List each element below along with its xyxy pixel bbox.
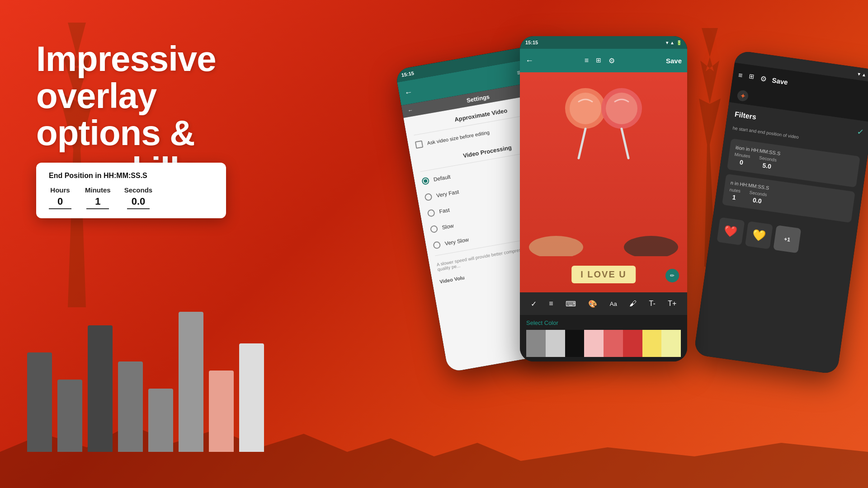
bar-7 [239,343,264,452]
color-picker-area: Select Color [520,315,687,361]
seconds-label: Seconds [124,186,153,194]
love-text: I LOVE U [571,266,636,283]
swatch-3[interactable] [584,330,604,357]
text-minus-icon[interactable]: T- [649,300,655,308]
list-icon[interactable]: ≡ [549,300,553,308]
bar-2 [88,325,113,452]
swatch-5[interactable] [623,330,642,357]
main-image-icon[interactable]: ⊞ [596,56,601,65]
color-swatches [526,330,681,357]
main-status-bar: 15:15 ▾ ▲ 🔋 [520,36,687,49]
color-palette-icon[interactable]: 🎨 [588,300,597,308]
lollipop-svg [554,77,653,167]
seconds-value[interactable]: 0.0 [127,196,150,209]
main-app-bar: ← ≡ ⊞ ⚙ Save [520,49,687,72]
filter1-minutes-val[interactable]: 0 [739,159,744,166]
main-save-button[interactable]: Save [666,57,682,65]
radio-veryslow[interactable] [433,241,441,249]
main-back-icon[interactable]: ← [525,56,533,66]
bar-3 [118,361,143,452]
settings-title: Settings [466,93,490,104]
swatch-2[interactable] [565,330,585,357]
bar-1 [57,380,82,452]
select-color-label: Select Color [526,319,681,326]
settings-status-time: 15:15 [401,70,415,78]
swatch-7[interactable] [661,330,681,357]
filter2-minutes-val[interactable]: 1 [732,193,736,201]
settings-back-label[interactable]: ← [407,107,413,114]
hours-field: Hours 0 [49,186,71,209]
sticker-plus[interactable]: +1 [773,225,801,253]
paint-bucket-icon[interactable]: 🖌 [629,300,637,308]
filter1-seconds: Seconds 5.0 [758,155,777,170]
filters-panel: Filters ✓ he start and end position of v… [693,102,868,375]
svg-point-4 [529,236,583,256]
bar-5 [179,312,203,452]
swatch-1[interactable] [546,330,565,357]
time-position-card[interactable]: End Position in HH:MM:SS.S Hours 0 Minut… [36,163,226,218]
filter1-minutes-label: Minutes [734,152,750,159]
main-list-icon[interactable]: ≡ [585,56,589,65]
filter2-minutes: nutes 1 [728,187,741,202]
main-status-time: 15:15 [525,40,538,45]
filters-check-icon[interactable]: ✓ [856,127,864,137]
bar-chart [27,312,264,452]
phone-main: 15:15 ▾ ▲ 🔋 ← ≡ ⊞ ⚙ Save [520,36,687,361]
radio-fast[interactable] [427,209,436,217]
filter2-seconds: Seconds 0.0 [748,190,768,205]
radio-veryfast[interactable] [424,193,433,202]
text-aa-icon[interactable]: Aa [610,300,617,307]
filter1-seconds-label: Seconds [759,155,777,162]
filter1-seconds-val[interactable]: 5.0 [762,162,772,170]
filter2-minutes-label: nutes [729,187,741,193]
bar-0 [27,352,52,452]
hands-svg [520,211,687,256]
swatch-6[interactable] [642,330,662,357]
radio-default[interactable] [421,177,430,185]
minutes-field: Minutes 1 [85,186,111,209]
phone-filters: ▾ ▲ 🔋 ≡ ⊞ ⚙ Save ✦ Filters [693,50,868,375]
keyboard-icon[interactable]: ⌨ [566,300,576,308]
svg-point-5 [624,236,678,256]
filter2-seconds-label: Seconds [749,190,767,197]
main-screen: 15:15 ▾ ▲ 🔋 ← ≡ ⊞ ⚙ Save [520,36,687,361]
compass-icon[interactable]: ✦ [736,89,749,102]
filters-screen: ▾ ▲ 🔋 ≡ ⊞ ⚙ Save ✦ Filters [693,50,868,375]
time-inputs-row: Hours 0 Minutes 1 Seconds 0.0 [49,186,213,209]
sticker-heart-yellow[interactable]: 💛 [745,221,773,249]
bar-4 [148,389,173,452]
filter2-seconds-val[interactable]: 0.0 [752,196,762,205]
seconds-field: Seconds 0.0 [124,186,153,209]
minutes-label: Minutes [85,186,111,194]
filters-status-icons: ▾ ▲ 🔋 [858,71,868,78]
checkmark-icon[interactable]: ✓ [531,300,537,308]
phones-container: 15:15 ▾ ▲ 🔋 ← ≡ ⊞ ⚙ ← Settings ✕ [393,0,868,488]
main-gear-icon[interactable]: ⚙ [609,56,615,65]
sticker-heart-red[interactable]: ❤️ [717,217,745,245]
video-preview: I LOVE U ✏ [520,72,687,292]
main-bottom-toolbar: ✓ ≡ ⌨ 🎨 Aa 🖌 T- T+ [520,292,687,315]
svg-point-1 [570,93,601,124]
hours-value[interactable]: 0 [49,196,71,209]
filters-grid-icon[interactable]: ⊞ [748,72,755,81]
settings-back-icon[interactable]: ← [404,87,413,98]
text-plus-icon[interactable]: T+ [668,300,676,308]
radio-slow[interactable] [430,225,439,234]
main-status-icons: ▾ ▲ 🔋 [666,40,682,45]
filters-save-button[interactable]: Save [772,76,788,86]
edit-pencil-button[interactable]: ✏ [665,269,679,282]
time-card-title: End Position in HH:MM:SS.S [49,172,213,180]
filters-title: Filters [734,110,757,122]
swatch-4[interactable] [604,330,623,357]
ask-video-checkbox[interactable] [415,141,424,149]
hours-label: Hours [50,186,70,194]
swatch-0[interactable] [526,330,546,357]
minutes-value[interactable]: 1 [86,196,109,209]
bar-6 [209,371,234,452]
svg-point-3 [606,93,637,124]
filter1-minutes: Minutes 0 [733,152,751,167]
filters-list-icon[interactable]: ≡ [738,71,743,80]
filters-gear-icon[interactable]: ⚙ [760,74,768,84]
